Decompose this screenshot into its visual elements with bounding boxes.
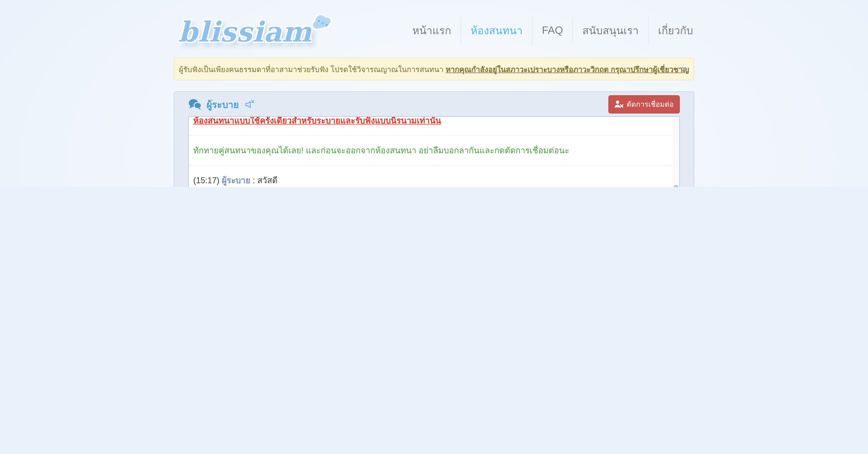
disclaimer-text-emphasis: หากคุณกำลังอยู่ในสภาวะเปราะบางหรือภาวะวิ… (446, 63, 689, 75)
chat-message: (15:17) ผู้ระบาย : สวัสดี (189, 165, 672, 187)
brand-logo-text: blissiam (178, 18, 312, 46)
nav-item-chatroom[interactable]: ห้องสนทนา (461, 16, 532, 45)
message-time: (15:17) (193, 176, 219, 185)
message-text: สวัสดี (257, 176, 278, 185)
chat-scrollbar-thumb[interactable] (674, 185, 678, 187)
brand-logo[interactable]: blissiam (178, 18, 336, 46)
disclaimer-banner: ผู้รับฟังเป็นเพียงคนธรรมดาที่อาสามาช่วยร… (174, 58, 694, 80)
top-navbar: blissiam หน้าแรก ห้องสนทนา FAQ สนับสนุนเ… (0, 0, 868, 58)
chat-bubbles-icon (188, 98, 202, 110)
pinned-notice: ห้องสนทนาแบบใช้ครั้งเดียวสำหรับระบายและร… (189, 116, 672, 136)
message-list: ห้องสนทนาแบบใช้ครั้งเดียวสำหรับระบายและร… (189, 116, 679, 187)
cloud-icon (310, 14, 334, 32)
muted-speaker-icon[interactable] (244, 98, 255, 110)
chat-card-header: ผู้ระบาย (188, 92, 680, 116)
nav-item-home[interactable]: หน้าแรก (403, 16, 461, 45)
partner-title: ผู้ระบาย (207, 97, 239, 112)
nav-item-about[interactable]: เกี่ยวกับ (649, 16, 694, 45)
nav-item-support-us[interactable]: สนับสนุนเรา (573, 16, 649, 45)
message-sender: ผู้ระบาย (222, 176, 250, 185)
disconnect-button[interactable]: ตัดการเชื่อมต่อ (609, 95, 680, 113)
nav-item-faq[interactable]: FAQ (532, 18, 573, 43)
disconnect-button-label: ตัดการเชื่อมต่อ (627, 98, 674, 110)
person-x-icon (614, 100, 623, 108)
chat-card: ผู้ระบาย (174, 91, 694, 187)
disclaimer-text: ผู้รับฟังเป็นเพียงคนธรรมดาที่อาสามาช่วยร… (179, 63, 443, 75)
page: blissiam หน้าแรก ห้องสนทนา FAQ สนับสนุนเ… (0, 0, 868, 187)
chat-message-panel: ห้องสนทนาแบบใช้ครั้งเดียวสำหรับระบายและร… (188, 116, 680, 187)
close-icon[interactable]: × (681, 64, 687, 74)
chat-scrollbar[interactable] (673, 117, 679, 187)
system-greeting: ทักทายคู่สนทนาของคุณได้เลย! และก่อนจะออก… (189, 136, 672, 165)
main-nav: หน้าแรก ห้องสนทนา FAQ สนับสนุนเรา เกี่ยว… (403, 16, 694, 45)
